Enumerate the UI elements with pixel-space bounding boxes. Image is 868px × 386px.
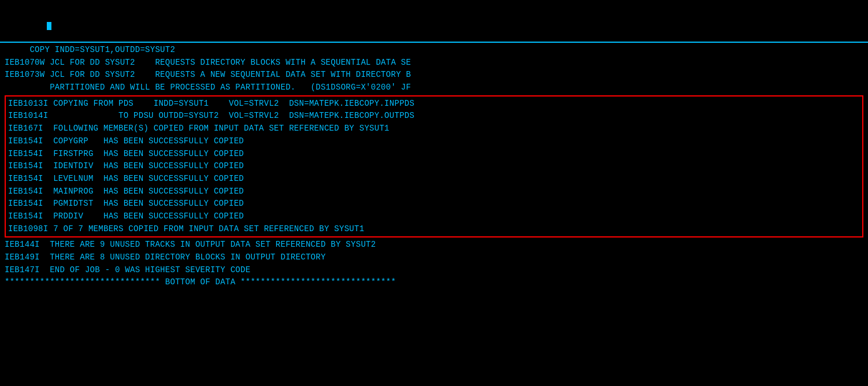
bordered-line-1: IEB1014I TO PDSU OUTDD=SYSUT2 VOL=STRVL2… — [6, 110, 862, 123]
command-input-label — [5, 2, 51, 39]
bordered-line-8: IEB154I PGMIDTST HAS BEEN SUCCESSFULLY C… — [6, 198, 862, 210]
header-line2 — [5, 2, 863, 39]
bordered-line-10: IEB1098I 7 OF 7 MEMBERS COPIED FROM INPU… — [6, 223, 862, 236]
bordered-section: IEB1013I COPYING FROM PDS INDD=SYSUT1 VO… — [5, 95, 863, 238]
bordered-line-7: IEB154I MAINPROG HAS BEEN SUCCESSFULLY C… — [6, 185, 862, 198]
content-area: COPY INDD=SYSUT1,OUTDD=SYSUT2IEB1070W JC… — [0, 43, 868, 290]
post-border-line-0: IEB144I THERE ARE 9 UNUSED TRACKS IN OUT… — [5, 239, 863, 251]
bordered-line-6: IEB154I LEVELNUM HAS BEEN SUCCESSFULLY C… — [6, 173, 862, 185]
pre-border-lines: COPY INDD=SYSUT1,OUTDD=SYSUT2IEB1070W JC… — [5, 44, 863, 94]
post-border-lines: IEB144I THERE ARE 9 UNUSED TRACKS IN OUT… — [5, 239, 863, 289]
header-section — [0, 0, 868, 43]
post-border-line-1: IEB149I THERE ARE 8 UNUSED DIRECTORY BLO… — [5, 251, 863, 264]
pre-border-line-2: IEB1073W JCL FOR DD SYSUT2 REQUESTS A NE… — [5, 69, 863, 81]
terminal-screen: COPY INDD=SYSUT1,OUTDD=SYSUT2IEB1070W JC… — [0, 0, 868, 386]
bordered-line-5: IEB154I IDENTDIV HAS BEEN SUCCESSFULLY C… — [6, 160, 862, 173]
post-border-line-3: ******************************* BOTTOM O… — [5, 276, 863, 289]
post-border-line-2: IEB147I END OF JOB - 0 WAS HIGHEST SEVER… — [5, 264, 863, 277]
bordered-line-3: IEB154I COPYGRP HAS BEEN SUCCESSFULLY CO… — [6, 135, 862, 148]
bordered-line-0: IEB1013I COPYING FROM PDS INDD=SYSUT1 VO… — [6, 98, 862, 110]
scroll-label — [821, 2, 863, 39]
bordered-line-9: IEB154I PRDDIV HAS BEEN SUCCESSFULLY COP… — [6, 210, 862, 223]
cursor — [47, 22, 51, 30]
bordered-line-2: IEB167I FOLLOWING MEMBER(S) COPIED FROM … — [6, 123, 862, 135]
bordered-line-4: IEB154I FIRSTPRG HAS BEEN SUCCESSFULLY C… — [6, 148, 862, 161]
pre-border-line-3: PARTITIONED AND WILL BE PROCESSED AS PAR… — [5, 81, 863, 94]
pre-border-line-0: COPY INDD=SYSUT1,OUTDD=SYSUT2 — [5, 44, 863, 57]
pre-border-line-1: IEB1070W JCL FOR DD SYSUT2 REQUESTS DIRE… — [5, 57, 863, 69]
